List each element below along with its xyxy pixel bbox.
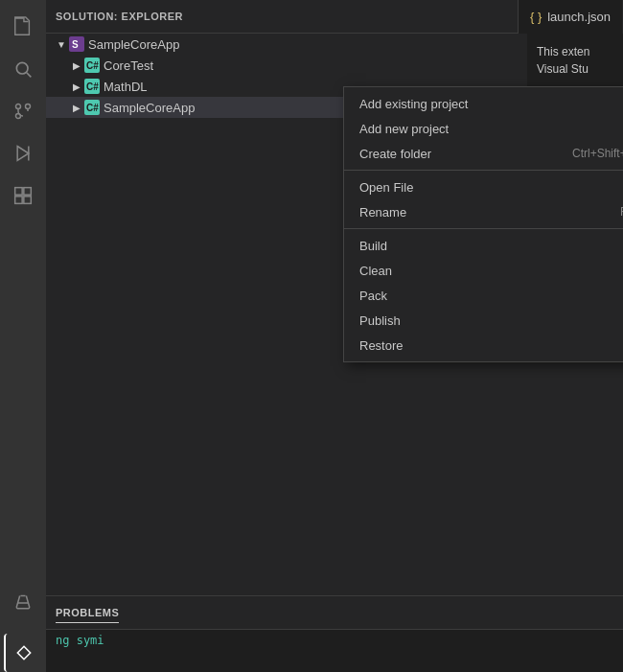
rename-label: Rename <box>359 205 406 220</box>
expand-arrow: ▼ <box>54 36 69 52</box>
bottom-panel: PROBLEMS ng symi <box>46 595 623 672</box>
expand-arrow-sample: ▶ <box>69 100 84 115</box>
files-icon[interactable] <box>4 8 42 46</box>
solution-explorer-header: SOLUTION: EXPLORER { } launch.json <box>46 0 623 34</box>
vscode-icon[interactable] <box>4 634 42 672</box>
expand-arrow-coretest: ▶ <box>69 58 84 73</box>
add-existing-project-item[interactable]: Add existing project <box>344 91 623 116</box>
svg-point-3 <box>16 104 21 109</box>
samplecoreapp-label: SampleCoreApp <box>104 101 195 115</box>
open-file-label: Open File <box>359 180 413 195</box>
svg-text:C#: C# <box>86 103 99 113</box>
source-control-icon[interactable] <box>4 92 42 130</box>
clean-item[interactable]: Clean <box>344 258 623 283</box>
separator-2 <box>344 228 623 229</box>
pack-label: Pack <box>359 289 387 303</box>
coretest-label: CoreTest <box>104 58 153 73</box>
create-folder-label: Create folder <box>359 147 431 161</box>
publish-item[interactable]: Publish <box>344 308 623 333</box>
samplecoreapp-icon: C# <box>84 100 100 115</box>
problems-tab[interactable]: PROBLEMS <box>56 603 119 623</box>
extensions-icon[interactable] <box>4 176 42 215</box>
add-new-project-label: Add new project <box>359 122 449 136</box>
svg-rect-8 <box>15 188 23 196</box>
svg-text:S: S <box>72 39 79 50</box>
explorer-content: ▼ S SampleCoreApp ▶ C# CoreTest <box>46 34 623 595</box>
search-icon[interactable] <box>4 50 42 88</box>
add-new-project-item[interactable]: Add new project <box>344 116 623 141</box>
svg-point-4 <box>26 104 31 109</box>
create-folder-shortcut: Ctrl+Shift+F <box>572 147 623 160</box>
expand-arrow-mathdl: ▶ <box>69 79 84 94</box>
svg-line-2 <box>27 73 32 78</box>
flask-icon[interactable] <box>4 584 42 622</box>
run-icon[interactable] <box>4 134 42 173</box>
restore-item[interactable]: Restore <box>344 333 623 358</box>
explorer-title: SOLUTION: EXPLORER <box>56 11 183 22</box>
svg-text:C#: C# <box>86 60 99 71</box>
svg-marker-6 <box>17 147 29 161</box>
activity-bar <box>0 0 46 672</box>
rename-item[interactable]: Rename F2 <box>344 199 623 224</box>
build-label: Build <box>359 239 387 253</box>
info-text-2: Visual Stu <box>537 60 613 78</box>
info-text-1: This exten <box>537 43 613 60</box>
mathdl-icon: C# <box>84 79 100 94</box>
publish-label: Publish <box>359 313 401 328</box>
svg-point-1 <box>16 62 28 74</box>
main-area: SOLUTION: EXPLORER { } launch.json <box>46 0 623 672</box>
add-existing-project-label: Add existing project <box>359 97 468 111</box>
open-file-item[interactable]: Open File <box>344 174 623 199</box>
create-folder-item[interactable]: Create folder Ctrl+Shift+F <box>344 141 623 166</box>
svg-rect-9 <box>24 188 32 196</box>
panel-tabs: PROBLEMS <box>46 596 623 630</box>
panel-text: ng symi <box>56 634 104 647</box>
solution-icon: S <box>69 36 84 52</box>
separator-1 <box>344 170 623 171</box>
root-label: SampleCoreApp <box>88 37 179 52</box>
launch-json-tab[interactable]: { } launch.json <box>518 0 623 34</box>
json-icon: { } <box>530 10 542 24</box>
clean-label: Clean <box>359 264 392 278</box>
mathdl-label: MathDL <box>104 80 148 94</box>
svg-rect-11 <box>24 197 32 204</box>
tab-label: launch.json <box>547 10 611 24</box>
svg-rect-10 <box>15 197 23 204</box>
panel-content: ng symi <box>46 630 623 651</box>
build-item[interactable]: Build <box>344 233 623 258</box>
coretest-icon: C# <box>84 58 100 73</box>
pack-item[interactable]: Pack <box>344 283 623 308</box>
context-menu: Add existing project Add new project Cre… <box>343 86 623 362</box>
svg-text:C#: C# <box>86 81 99 92</box>
restore-label: Restore <box>359 338 404 353</box>
